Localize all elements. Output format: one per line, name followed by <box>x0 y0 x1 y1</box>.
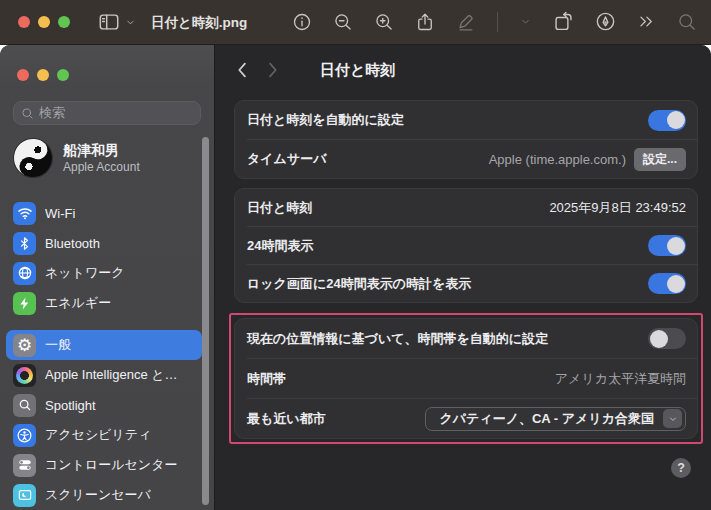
row-label: 時間帯 <box>247 370 555 388</box>
settings-window-controls <box>17 69 69 81</box>
back-button[interactable] <box>230 58 254 82</box>
auto-datetime-toggle[interactable] <box>648 110 686 131</box>
setting-row: 日付と時刻を自動的に設定 <box>235 101 697 139</box>
setting-row: 時間帯 アメリカ太平洋夏時間 <box>235 359 697 398</box>
sidebar-item-label: Spotlight <box>45 398 96 413</box>
setting-row: 日付と時刻 2025年9月8日 23:49:52 <box>235 189 697 226</box>
chevron-down-icon <box>663 409 682 428</box>
setting-row: 24時間表示 <box>235 227 697 264</box>
control-center-icon <box>13 454 36 477</box>
apple-intelligence-icon <box>13 364 36 387</box>
row-label: 現在の位置情報に基づいて、時間帯を自動的に設定 <box>247 330 648 348</box>
rotate-icon[interactable] <box>553 11 574 32</box>
forward-button <box>260 58 284 82</box>
settings-group-timezone: 現在の位置情報に基づいて、時間帯を自動的に設定 時間帯 アメリカ太平洋夏時間 最… <box>234 318 698 439</box>
setting-row: 最も近い都市 クパティーノ、CA - アメリカ合衆国 <box>235 399 697 438</box>
markup-pencil-icon <box>456 12 476 32</box>
panel-header: 日付と時刻 <box>216 45 711 95</box>
preview-toolbar: 日付と時刻.png <box>0 0 711 45</box>
account-name: 船津和男 <box>63 141 140 160</box>
wifi-icon <box>13 202 36 225</box>
info-icon[interactable] <box>292 12 312 32</box>
screensaver-icon <box>13 484 36 507</box>
sidebar-toggle-icon[interactable] <box>98 11 120 33</box>
accessibility-icon <box>13 424 36 447</box>
sidebar-item-label: Bluetooth <box>45 236 100 251</box>
sidebar-item-label: スクリーンセーバ <box>45 486 151 504</box>
search-icon[interactable] <box>677 12 697 32</box>
sidebar-item-network[interactable]: ネットワーク <box>6 258 202 288</box>
sidebar-item-label: ネットワーク <box>45 264 125 282</box>
setting-row: ロック画面に24時間表示の時計を表示 <box>235 265 697 302</box>
setting-row: タイムサーバ Apple (time.apple.com.) 設定... <box>235 140 697 178</box>
row-label: ロック画面に24時間表示の時計を表示 <box>247 275 648 293</box>
energy-bolt-icon <box>13 292 36 315</box>
zoom-window-button[interactable] <box>58 16 70 28</box>
timezone-value: アメリカ太平洋夏時間 <box>555 370 686 388</box>
row-label: 日付と時刻 <box>247 199 549 217</box>
search-placeholder: 検索 <box>39 104 65 122</box>
dropdown-value: クパティーノ、CA - アメリカ合衆国 <box>439 410 654 428</box>
bluetooth-icon <box>13 232 36 255</box>
sidebar-item-label: Wi-Fi <box>45 206 75 221</box>
settings-sidebar: 検索 船津和男 Apple Account Wi-Fi <box>0 45 215 510</box>
pen-circle-icon[interactable] <box>595 11 616 32</box>
sidebar-list: Wi-Fi Bluetooth ネットワーク <box>6 198 202 510</box>
lockscreen-24hour-toggle[interactable] <box>648 273 686 294</box>
sidebar-item-label: エネルギー <box>45 294 111 312</box>
window-controls <box>18 16 70 28</box>
sidebar-item-label: アクセシビリティ <box>45 426 151 444</box>
row-label: タイムサーバ <box>247 150 489 168</box>
setting-row: 現在の位置情報に基づいて、時間帯を自動的に設定 <box>235 319 697 358</box>
settings-close-button[interactable] <box>17 69 29 81</box>
spotlight-icon <box>13 394 36 417</box>
closest-city-dropdown[interactable]: クパティーノ、CA - アメリカ合衆国 <box>425 407 686 431</box>
close-window-button[interactable] <box>18 16 30 28</box>
document-title: 日付と時刻.png <box>151 14 247 32</box>
chevron-down-icon[interactable] <box>125 17 136 28</box>
network-globe-icon <box>13 262 36 285</box>
row-label: 日付と時刻を自動的に設定 <box>247 111 648 129</box>
avatar <box>7 132 58 183</box>
help-button[interactable]: ? <box>671 458 691 478</box>
sidebar-item-label: 一般 <box>45 336 71 354</box>
sidebar-item-control-center[interactable]: コントロールセンター <box>6 450 202 480</box>
auto-timezone-toggle[interactable] <box>648 328 686 349</box>
zoom-out-icon[interactable] <box>333 12 353 32</box>
settings-group-clock: 日付と時刻 2025年9月8日 23:49:52 24時間表示 ロック画面に24… <box>234 188 698 303</box>
more-tools-icon[interactable] <box>637 12 656 31</box>
sidebar-item-screensaver[interactable]: スクリーンセーバ <box>6 480 202 510</box>
toolbar-separator <box>497 12 498 32</box>
search-icon <box>21 107 34 120</box>
account-subtitle: Apple Account <box>63 160 140 176</box>
apple-account-item[interactable]: 船津和男 Apple Account <box>14 139 140 177</box>
share-icon[interactable] <box>415 12 435 32</box>
gear-icon: ⚙ <box>13 334 36 357</box>
markup-chevron-icon <box>519 15 532 28</box>
settings-group-auto: 日付と時刻を自動的に設定 タイムサーバ Apple (time.apple.co… <box>234 100 698 179</box>
sidebar-item-bluetooth[interactable]: Bluetooth <box>6 228 202 258</box>
timeserver-value: Apple (time.apple.com.) <box>489 152 626 167</box>
row-label: 24時間表示 <box>247 237 648 255</box>
settings-search-input[interactable]: 検索 <box>13 101 201 125</box>
settings-zoom-button[interactable] <box>57 69 69 81</box>
sidebar-scrollbar[interactable] <box>202 137 209 505</box>
sidebar-item-spotlight[interactable]: Spotlight <box>6 390 202 420</box>
settings-minimize-button[interactable] <box>37 69 49 81</box>
sidebar-item-energy[interactable]: エネルギー <box>6 288 202 318</box>
timeserver-set-button[interactable]: 設定... <box>634 148 686 171</box>
row-label: 最も近い都市 <box>247 410 425 428</box>
current-datetime-value: 2025年9月8日 23:49:52 <box>549 199 686 217</box>
page-title: 日付と時刻 <box>320 61 395 80</box>
sidebar-item-wifi[interactable]: Wi-Fi <box>6 198 202 228</box>
zoom-in-icon[interactable] <box>374 12 394 32</box>
24hour-toggle[interactable] <box>648 235 686 256</box>
sidebar-item-label: Apple Intelligence と… <box>45 366 178 384</box>
sidebar-item-general[interactable]: ⚙ 一般 <box>6 330 202 360</box>
settings-main-panel: 日付と時刻 日付と時刻を自動的に設定 タイムサーバ Apple (time.ap… <box>216 45 711 510</box>
sidebar-item-accessibility[interactable]: アクセシビリティ <box>6 420 202 450</box>
sidebar-item-label: コントロールセンター <box>45 456 177 474</box>
sidebar-item-apple-intelligence[interactable]: Apple Intelligence と… <box>6 360 202 390</box>
minimize-window-button[interactable] <box>38 16 50 28</box>
system-settings-window: 検索 船津和男 Apple Account Wi-Fi <box>0 45 711 510</box>
